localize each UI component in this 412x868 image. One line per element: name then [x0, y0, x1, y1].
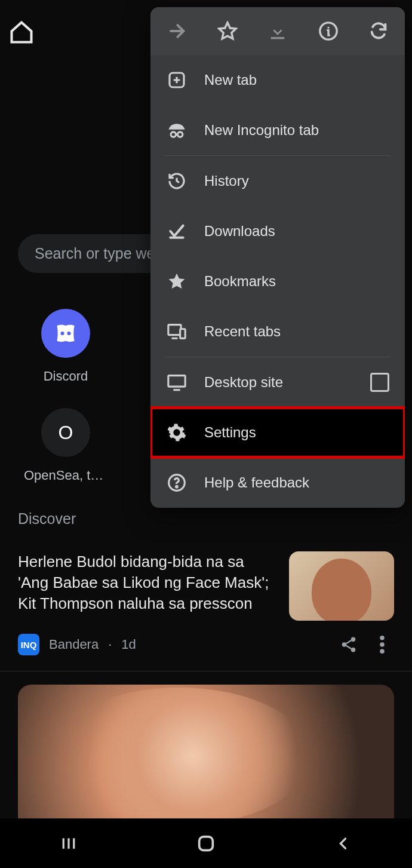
star-filled-icon	[166, 271, 187, 292]
menu-label: Recent tabs	[204, 323, 281, 340]
svg-point-2	[67, 332, 70, 335]
incognito-icon	[166, 119, 187, 141]
menu-label: History	[204, 173, 249, 189]
menu-desktop-site[interactable]: Desktop site	[150, 357, 405, 407]
discord-icon	[41, 309, 90, 358]
svg-rect-19	[199, 836, 213, 850]
share-icon[interactable]	[337, 633, 361, 657]
bookmark-star-icon[interactable]	[214, 18, 241, 44]
svg-point-4	[342, 642, 347, 647]
menu-label: Help & feedback	[204, 474, 309, 491]
article-thumbnail	[289, 551, 394, 621]
menu-label: Bookmarks	[204, 273, 276, 290]
help-icon	[166, 472, 187, 493]
plus-square-icon	[166, 69, 187, 91]
svg-rect-9	[271, 37, 285, 39]
publisher-icon: INQ	[18, 634, 39, 655]
recents-button[interactable]	[51, 826, 87, 861]
svg-point-6	[380, 636, 385, 640]
menu-new-tab[interactable]: New tab	[150, 55, 405, 105]
android-navbar	[0, 818, 412, 868]
publisher-name: Bandera	[49, 637, 99, 652]
shortcut-label: Discord	[24, 369, 107, 384]
feed-article-image[interactable]	[18, 685, 394, 837]
menu-help-feedback[interactable]: Help & feedback	[150, 458, 405, 508]
svg-rect-16	[168, 376, 185, 387]
svg-rect-14	[168, 325, 181, 335]
info-icon[interactable]	[315, 18, 342, 44]
menu-settings[interactable]: Settings	[150, 407, 405, 458]
article-age: 1d	[121, 637, 136, 652]
svg-point-7	[380, 642, 385, 647]
forward-icon[interactable]	[164, 18, 190, 44]
svg-point-13	[177, 132, 183, 137]
menu-label: Desktop site	[204, 374, 283, 391]
svg-point-5	[351, 648, 356, 652]
shortcut-label: OpenSea, the l...	[24, 468, 107, 483]
svg-point-8	[380, 649, 385, 654]
menu-label: Settings	[204, 424, 256, 441]
menu-downloads[interactable]: Downloads	[150, 206, 405, 256]
gear-icon	[166, 422, 187, 443]
shortcut-discord[interactable]: Discord	[24, 309, 107, 384]
menu-recent-tabs[interactable]: Recent tabs	[150, 306, 405, 357]
menu-label: Downloads	[204, 223, 275, 240]
desktop-icon	[166, 372, 187, 393]
devices-icon	[166, 321, 187, 342]
menu-incognito-tab[interactable]: New Incognito tab	[150, 105, 405, 155]
browser-menu: New tab New Incognito tab History Downlo…	[150, 7, 405, 508]
menu-bookmarks[interactable]: Bookmarks	[150, 256, 405, 306]
more-icon[interactable]	[370, 633, 394, 657]
download-check-icon	[166, 220, 187, 242]
feed-article[interactable]: Herlene Budol bidang-bida na sa 'Ang Bab…	[0, 538, 412, 627]
svg-rect-15	[180, 329, 186, 339]
history-icon	[166, 170, 187, 192]
article-headline: Herlene Budol bidang-bida na sa 'Ang Bab…	[18, 551, 277, 621]
download-icon[interactable]	[265, 18, 291, 44]
menu-history[interactable]: History	[150, 156, 405, 206]
refresh-icon[interactable]	[365, 18, 392, 44]
shortcut-letter: O	[41, 408, 90, 457]
desktop-site-checkbox[interactable]	[370, 373, 389, 392]
back-button[interactable]	[325, 826, 361, 861]
svg-point-3	[351, 637, 356, 642]
home-button[interactable]	[188, 826, 224, 861]
home-icon[interactable]	[8, 19, 35, 45]
svg-point-18	[176, 486, 178, 487]
svg-point-12	[171, 132, 176, 137]
svg-point-1	[60, 332, 64, 335]
menu-label: New tab	[204, 72, 257, 88]
shortcut-opensea[interactable]: O OpenSea, the l...	[24, 408, 107, 483]
menu-label: New Incognito tab	[204, 122, 319, 139]
